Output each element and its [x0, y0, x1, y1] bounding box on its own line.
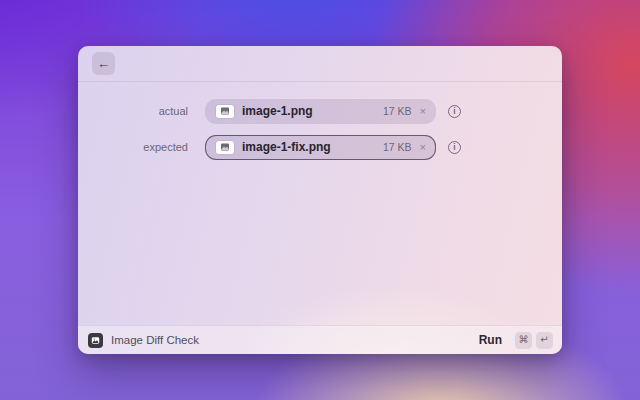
window-header: ←: [78, 46, 562, 82]
expected-label: expected: [78, 141, 188, 153]
file-thumbnail-icon: [216, 105, 234, 118]
desktop-background: { "window": { "header": { "back_icon": "…: [0, 0, 640, 400]
back-arrow-icon: ←: [97, 56, 110, 71]
remove-file-icon[interactable]: ×: [420, 106, 426, 117]
actual-label: actual: [78, 105, 188, 117]
info-icon[interactable]: i: [448, 141, 461, 154]
command-title: Image Diff Check: [111, 334, 479, 346]
info-icon[interactable]: i: [448, 105, 461, 118]
command-key-icon: ⌘: [515, 332, 532, 349]
form-row-actual: actual image-1.png 17 KB × i: [78, 98, 562, 124]
actual-file-picker[interactable]: image-1.png 17 KB ×: [205, 99, 436, 124]
expected-file-picker[interactable]: image-1-fix.png 17 KB ×: [205, 135, 436, 160]
action-bar: Image Diff Check Run ⌘ ↵: [78, 325, 562, 354]
return-key-icon: ↵: [536, 332, 553, 349]
form-row-expected: expected image-1-fix.png 17 KB × i: [78, 134, 562, 160]
file-thumbnail-icon: [216, 141, 234, 154]
app-window: ← actual image-1.png 17 KB × i expected …: [78, 46, 562, 354]
file-size: 17 KB: [383, 141, 412, 153]
form-body: actual image-1.png 17 KB × i expected im…: [78, 82, 562, 325]
file-size: 17 KB: [383, 105, 412, 117]
file-name: image-1-fix.png: [242, 140, 383, 154]
back-button[interactable]: ←: [92, 52, 115, 75]
file-name: image-1.png: [242, 104, 383, 118]
extension-image-icon: [88, 333, 103, 348]
run-button[interactable]: Run: [479, 333, 502, 347]
remove-file-icon[interactable]: ×: [420, 142, 426, 153]
